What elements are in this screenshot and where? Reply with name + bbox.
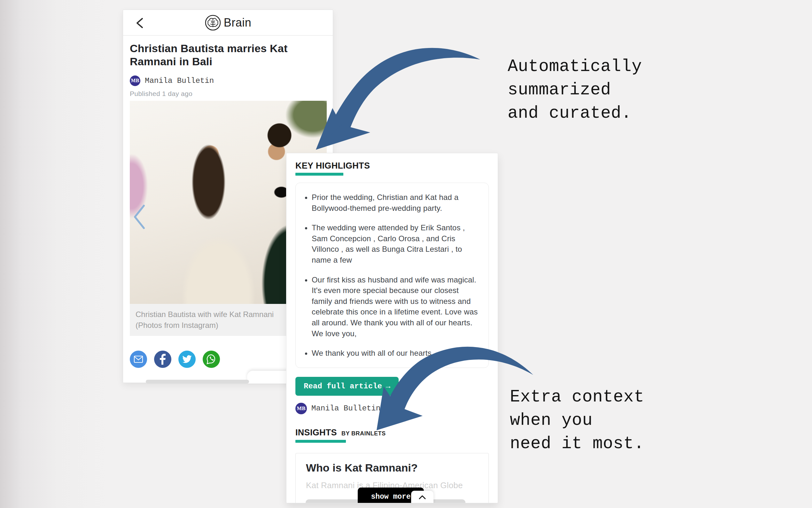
brain-icon bbox=[205, 14, 221, 31]
chevron-up-icon bbox=[418, 495, 426, 500]
bottom-sheet-handle[interactable] bbox=[146, 380, 249, 384]
annotation-line: Extra context bbox=[510, 385, 644, 409]
insights-heading: INSIGHTS bbox=[295, 428, 337, 438]
insights-underline bbox=[295, 440, 346, 443]
panel-byline: MB Manila Bulletin bbox=[295, 403, 489, 414]
insights-heading-row: INSIGHTS BY BRAINLETS bbox=[295, 428, 489, 438]
app-logo: Brain bbox=[205, 14, 252, 31]
annotation-context: Extra context when you need it most. bbox=[510, 385, 644, 456]
annotation-line: summarized bbox=[508, 78, 642, 102]
annotation-line: Automatically bbox=[508, 55, 642, 78]
email-icon bbox=[134, 355, 143, 363]
highlight-bullet: We thank you with all of our hearts bbox=[312, 348, 481, 358]
share-facebook-button[interactable] bbox=[154, 351, 171, 368]
article-byline: MB Manila Bulletin bbox=[130, 76, 326, 86]
back-button[interactable] bbox=[135, 17, 145, 29]
insights-subheading: BY BRAINLETS bbox=[341, 430, 386, 437]
highlight-bullet: The wedding were attended by Erik Santos… bbox=[312, 222, 481, 265]
collapse-tab[interactable] bbox=[411, 491, 433, 503]
article-title: Christian Bautista marries Kat Ramnani i… bbox=[130, 42, 309, 69]
source-name: Manila Bulletin bbox=[312, 404, 380, 413]
highlights-list: Prior the wedding, Christian and Kat had… bbox=[299, 192, 481, 358]
chevron-left-icon bbox=[132, 204, 146, 230]
heading-underline bbox=[295, 173, 343, 176]
app-logo-label: Brain bbox=[224, 16, 252, 30]
highlight-bullet: Prior the wedding, Christian and Kat had… bbox=[312, 192, 481, 213]
highlight-bullet: Our first kiss as husband and wife was m… bbox=[312, 274, 481, 339]
marketing-canvas: Brain Christian Bautista marries Kat Ram… bbox=[0, 0, 812, 508]
key-highlights-heading: KEY HIGHLIGHTS bbox=[295, 161, 489, 171]
twitter-icon bbox=[182, 355, 192, 364]
read-full-article-label: Read full article bbox=[304, 382, 382, 391]
share-twitter-button[interactable] bbox=[178, 351, 196, 368]
annotation-summarized: Automatically summarized and curated. bbox=[508, 55, 642, 125]
source-name: Manila Bulletin bbox=[145, 77, 214, 85]
curved-arrow-top-icon bbox=[316, 48, 480, 150]
annotation-line: when you bbox=[510, 409, 644, 432]
source-badge: MB bbox=[295, 403, 307, 414]
published-timestamp: Published 1 day ago bbox=[130, 90, 326, 97]
source-badge: MB bbox=[130, 76, 140, 86]
annotation-line: need it most. bbox=[510, 432, 644, 456]
app-header: Brain bbox=[123, 10, 333, 36]
read-full-article-button[interactable]: Read full article → bbox=[295, 377, 399, 396]
share-email-button[interactable] bbox=[130, 351, 147, 368]
whatsapp-icon bbox=[206, 354, 217, 365]
carousel-prev-button[interactable] bbox=[132, 204, 146, 230]
chevron-left-icon bbox=[135, 17, 145, 29]
arrow-right-icon: → bbox=[386, 382, 390, 391]
highlights-card: Prior the wedding, Christian and Kat had… bbox=[295, 183, 489, 368]
facebook-icon bbox=[154, 351, 171, 368]
bottom-sheet-tab[interactable] bbox=[247, 371, 292, 384]
share-whatsapp-button[interactable] bbox=[203, 351, 220, 368]
annotation-line: and curated. bbox=[508, 102, 642, 125]
insight-question: Who is Kat Ramnani? bbox=[306, 462, 478, 474]
summary-panel: KEY HIGHLIGHTS Prior the wedding, Christ… bbox=[286, 153, 498, 503]
